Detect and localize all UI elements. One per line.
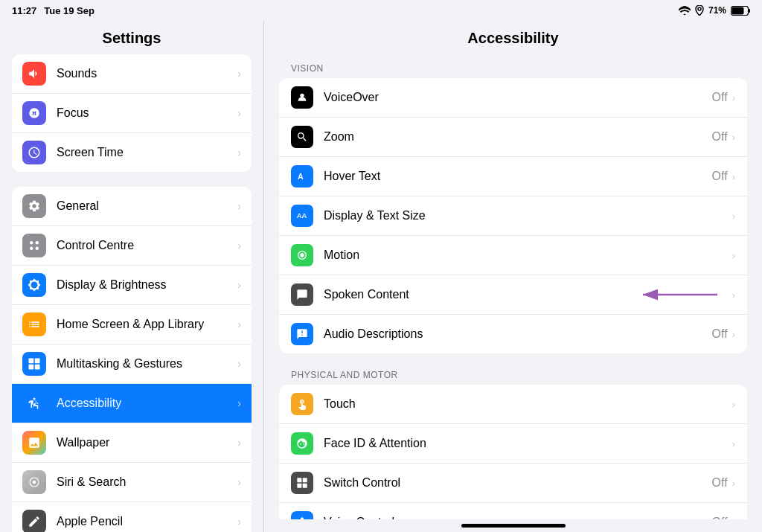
- motion-chevron: ›: [732, 250, 735, 261]
- control-centre-chevron: ›: [237, 240, 241, 251]
- switch-control-item[interactable]: Switch Control Off ›: [279, 464, 747, 503]
- screen-time-chevron: ›: [237, 147, 241, 158]
- svg-point-12: [33, 398, 36, 400]
- siri-search-icon: [22, 470, 46, 494]
- focus-chevron: ›: [237, 107, 241, 119]
- sidebar-item-control-centre[interactable]: Control Centre ›: [12, 226, 252, 266]
- sidebar: Settings Sounds › Focus ›: [0, 21, 264, 532]
- svg-point-18: [300, 253, 304, 257]
- sounds-label: Sounds: [57, 67, 237, 80]
- time-display: 11:27: [12, 5, 36, 16]
- spoken-content-icon: [291, 283, 313, 306]
- sidebar-item-screen-time[interactable]: Screen Time ›: [12, 133, 252, 172]
- display-brightness-label: Display & Brightness: [57, 278, 237, 292]
- face-id-attention-chevron: ›: [732, 438, 735, 449]
- control-centre-label: Control Centre: [57, 239, 237, 252]
- screen-time-label: Screen Time: [57, 146, 237, 159]
- settings-group-1: Sounds › Focus › Screen Time ›: [12, 54, 252, 172]
- display-brightness-icon: [22, 273, 46, 297]
- svg-point-14: [33, 481, 36, 484]
- status-bar-right: 71%: [679, 5, 750, 16]
- multitasking-icon: [22, 352, 46, 376]
- general-icon: [22, 194, 46, 218]
- date-display: Tue 19 Sep: [44, 5, 95, 16]
- battery-percent: 71%: [708, 5, 726, 16]
- physical-motor-list-group: Touch › Face ID & Attention ›: [279, 385, 747, 519]
- right-scroll[interactable]: VISION VoiceOver Off › Zoom Off ›: [264, 53, 762, 519]
- accessibility-chevron: ›: [237, 397, 241, 409]
- audio-descriptions-item[interactable]: Audio Descriptions Off ›: [279, 315, 747, 353]
- status-bar-left: 11:27 Tue 19 Sep: [12, 5, 95, 16]
- spoken-content-item[interactable]: Spoken Content ›: [279, 275, 747, 315]
- sidebar-title: Settings: [0, 21, 263, 54]
- face-id-attention-icon: [291, 432, 313, 455]
- spoken-content-chevron: ›: [732, 289, 735, 301]
- zoom-label: Zoom: [324, 130, 712, 144]
- accessibility-label: Accessibility: [57, 397, 237, 410]
- sidebar-item-display-brightness[interactable]: Display & Brightness ›: [12, 266, 252, 305]
- sounds-chevron: ›: [237, 68, 241, 80]
- audio-descriptions-value: Off: [712, 327, 728, 341]
- hover-text-item[interactable]: A Hover Text Off ›: [279, 157, 747, 196]
- wallpaper-icon: [22, 431, 46, 455]
- svg-point-6: [30, 247, 33, 251]
- svg-text:A: A: [298, 172, 304, 181]
- sidebar-scroll[interactable]: Sounds › Focus › Screen Time ›: [0, 54, 263, 532]
- sidebar-item-siri-search[interactable]: Siri & Search ›: [12, 463, 252, 502]
- svg-rect-8: [29, 359, 34, 364]
- wallpaper-chevron: ›: [237, 437, 241, 449]
- svg-point-15: [300, 94, 304, 97]
- home-screen-label: Home Screen & App Library: [57, 318, 237, 331]
- spoken-content-label: Spoken Content: [324, 288, 728, 301]
- audio-descriptions-label: Audio Descriptions: [324, 327, 712, 341]
- display-brightness-chevron: ›: [237, 279, 241, 291]
- sidebar-item-accessibility[interactable]: Accessibility ›: [12, 384, 252, 423]
- svg-rect-22: [303, 478, 307, 482]
- voiceover-item[interactable]: VoiceOver Off ›: [279, 78, 747, 118]
- svg-point-5: [36, 241, 39, 245]
- sidebar-item-sounds[interactable]: Sounds ›: [12, 54, 252, 94]
- svg-rect-10: [29, 365, 34, 370]
- focus-icon: [22, 101, 46, 125]
- sidebar-item-general[interactable]: General ›: [12, 187, 252, 226]
- switch-control-label: Switch Control: [324, 476, 712, 490]
- svg-rect-2: [732, 7, 744, 14]
- zoom-value: Off: [712, 130, 728, 144]
- general-chevron: ›: [237, 200, 241, 212]
- touch-item[interactable]: Touch ›: [279, 385, 747, 424]
- voice-control-chevron: ›: [732, 517, 735, 520]
- voiceover-value: Off: [712, 91, 728, 104]
- face-id-attention-item[interactable]: Face ID & Attention ›: [279, 424, 747, 464]
- display-text-size-icon: AA: [291, 205, 313, 227]
- right-panel-title: Accessibility: [279, 30, 747, 47]
- focus-label: Focus: [57, 106, 237, 120]
- hover-text-label: Hover Text: [324, 170, 712, 183]
- hover-text-chevron: ›: [732, 171, 735, 182]
- sidebar-item-focus[interactable]: Focus ›: [12, 94, 252, 133]
- sidebar-item-wallpaper[interactable]: Wallpaper ›: [12, 423, 252, 463]
- voiceover-chevron: ›: [732, 92, 735, 103]
- svg-rect-24: [303, 484, 307, 488]
- control-centre-icon: [22, 234, 46, 257]
- voice-control-value: Off: [712, 516, 728, 519]
- switch-control-icon: [291, 472, 313, 494]
- voice-control-icon: [291, 511, 313, 519]
- sidebar-item-multitasking[interactable]: Multitasking & Gestures ›: [12, 344, 252, 384]
- motion-item[interactable]: Motion ›: [279, 236, 747, 275]
- sidebar-item-home-screen[interactable]: Home Screen & App Library ›: [12, 305, 252, 344]
- vision-list-group: VoiceOver Off › Zoom Off › A Hove: [279, 78, 747, 353]
- wifi-icon: [679, 6, 691, 15]
- apple-pencil-label: Apple Pencil: [57, 515, 237, 528]
- right-header: Accessibility: [264, 21, 762, 53]
- sidebar-item-apple-pencil[interactable]: Apple Pencil ›: [12, 502, 252, 532]
- switch-control-chevron: ›: [732, 478, 735, 489]
- screen-time-icon: [22, 141, 46, 164]
- voice-control-item[interactable]: Voice Control Off ›: [279, 503, 747, 519]
- svg-point-0: [698, 7, 701, 10]
- zoom-item[interactable]: Zoom Off ›: [279, 118, 747, 157]
- display-text-size-chevron: ›: [732, 211, 735, 222]
- right-panel: Accessibility VISION VoiceOver Off ›: [264, 21, 762, 532]
- svg-rect-3: [749, 9, 750, 13]
- display-text-size-item[interactable]: AA Display & Text Size ›: [279, 196, 747, 236]
- apple-pencil-chevron: ›: [237, 516, 241, 528]
